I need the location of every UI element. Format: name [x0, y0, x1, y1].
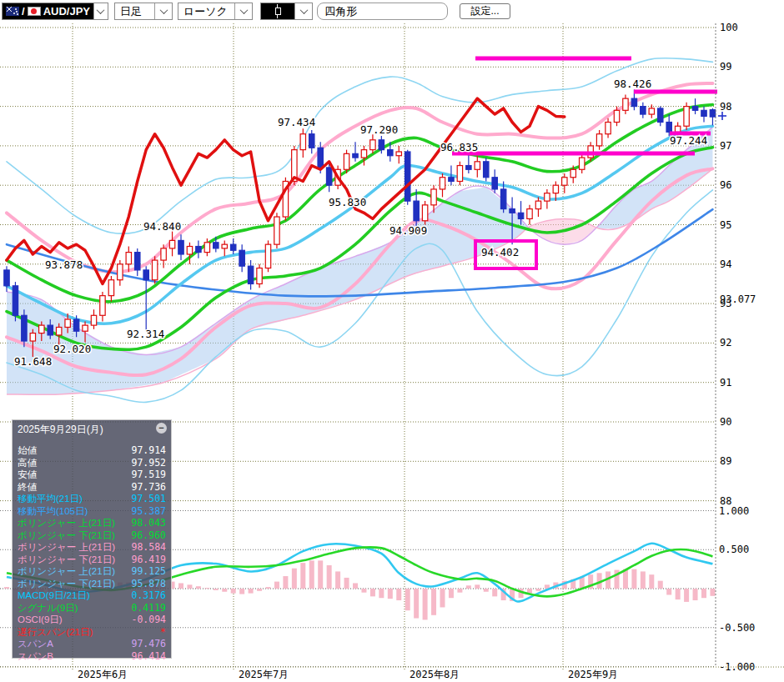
price-axis-label: 92 — [720, 337, 731, 349]
candle-body — [710, 110, 715, 117]
candle-body — [388, 150, 393, 156]
indicator-label: ボリンジャー 下(21日) — [18, 578, 115, 590]
indicator-value: 97.952 — [131, 457, 166, 469]
candle-body — [126, 253, 131, 264]
candle-body — [405, 152, 410, 201]
osci-bar — [187, 584, 192, 589]
pair-dropdown-arrow[interactable] — [93, 3, 108, 19]
macd-axis-label: 0.500 — [719, 544, 749, 555]
candle-body — [57, 327, 62, 334]
candle-body — [231, 244, 236, 250]
indicator-label: シグナル(9日) — [18, 602, 78, 614]
indicator-label: 安値 — [18, 469, 37, 481]
osci-bar — [178, 583, 183, 589]
candle-body — [48, 325, 53, 335]
osci-bar — [535, 589, 540, 591]
swing-price-label: 98.426 — [614, 78, 651, 90]
candle-body — [580, 158, 585, 169]
osci-bar — [379, 589, 384, 598]
candle-body — [596, 134, 601, 146]
candle-body — [161, 248, 166, 260]
indicator-label: MACD(9日/21日) — [18, 589, 90, 602]
candle-body — [440, 178, 445, 189]
info-panel-date: 2025年9月29日(月) — [18, 424, 103, 435]
candle-body — [214, 243, 219, 248]
osci-bar — [231, 589, 236, 594]
indicator-label: ボリンジャー 下(21日) — [18, 529, 115, 542]
candle-body — [318, 148, 323, 168]
indicator-value: 97.736 — [131, 481, 166, 494]
osci-bar — [449, 589, 454, 598]
timeframe-selector[interactable]: 日足 — [114, 3, 173, 20]
osci-bar — [405, 589, 410, 610]
indicator-label: 終値 — [18, 481, 37, 494]
candle-body — [658, 108, 663, 123]
indicator-label: OSCI(9日) — [18, 614, 63, 626]
osci-bar — [344, 578, 349, 589]
indicator-label: 移動平均(21日) — [18, 493, 83, 505]
candle-style-selector[interactable] — [260, 3, 313, 20]
candle-body — [118, 264, 123, 280]
candle-body — [370, 140, 375, 150]
indicator-value: 96.419 — [131, 554, 166, 566]
osci-bar — [666, 589, 671, 594]
candle-body — [257, 268, 262, 284]
osci-bar — [658, 581, 663, 589]
candle-body — [83, 325, 88, 331]
swing-price-label: 92.020 — [53, 343, 91, 355]
candle-body — [570, 169, 575, 177]
indicator-row: 遅行スパン(21日)* — [18, 626, 166, 639]
candle-body — [649, 108, 654, 114]
fx-chart-app: 10099989796959493929190898893.0771.0000.… — [0, 0, 784, 682]
candle-body — [606, 123, 611, 134]
osci-bar — [710, 589, 715, 596]
settings-button[interactable]: 設定... — [460, 3, 510, 19]
candle-body — [265, 244, 270, 268]
chart-type-selector[interactable]: ローソク — [178, 3, 253, 20]
osci-bar — [475, 584, 480, 589]
candle-body — [692, 107, 697, 111]
indicator-value: 0.4119 — [131, 602, 166, 614]
info-panel[interactable]: 2025年9月29日(月) − 始値97.914高値97.952安値97.519… — [12, 419, 172, 659]
candle-body — [187, 247, 192, 254]
osci-bar — [431, 589, 436, 615]
osci-bar — [214, 589, 219, 590]
chevron-down-icon — [159, 6, 168, 14]
candle-body — [379, 140, 384, 150]
candle-body — [4, 270, 9, 286]
candle-body — [13, 286, 18, 315]
draw-tool-field[interactable]: 四角形 — [317, 3, 448, 20]
candle-body — [614, 110, 619, 122]
candle-body — [396, 152, 401, 156]
price-axis-label: 90 — [720, 416, 731, 428]
timeframe-dropdown-arrow[interactable] — [154, 3, 172, 19]
price-value-label: 93.077 — [720, 293, 756, 305]
indicator-row: 移動平均(105日)95.387 — [18, 505, 166, 518]
candle-body — [475, 162, 480, 169]
indicator-label: ボリンジャー 下(21日) — [18, 554, 115, 566]
candle-body — [641, 107, 646, 114]
candle-body — [222, 244, 227, 248]
indicator-row: 終値97.736 — [18, 481, 166, 494]
minimize-button[interactable]: − — [156, 423, 167, 434]
candle-body — [623, 98, 628, 110]
price-axis-label: 99 — [720, 61, 731, 73]
chart-type-dropdown-arrow[interactable] — [234, 3, 252, 19]
swing-price-label: 93.878 — [45, 258, 83, 271]
swing-price-label: 97.290 — [360, 123, 398, 136]
price-axis-label: 94 — [720, 258, 731, 270]
macd-axis-label: -0.500 — [719, 622, 755, 634]
osci-bar — [684, 589, 689, 602]
candle-body — [431, 189, 436, 205]
info-panel-header: 2025年9月29日(月) − — [13, 420, 171, 436]
osci-bar — [222, 589, 227, 592]
pair-selector[interactable]: / AUD/JPY — [2, 3, 108, 20]
candle-body — [309, 134, 314, 148]
osci-bar — [414, 589, 419, 619]
osci-bar — [693, 589, 698, 600]
candle-body — [510, 209, 515, 213]
candle-style-dropdown-arrow[interactable] — [294, 3, 312, 19]
chevron-down-icon — [239, 6, 248, 14]
indicator-label: スパンB — [18, 650, 53, 663]
osci-bar — [423, 589, 428, 619]
